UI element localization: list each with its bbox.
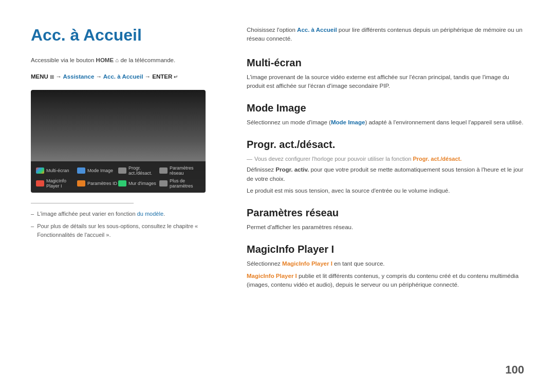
progr-activ-bold: Progr. activ. — [275, 166, 309, 173]
page-number: 100 — [505, 363, 524, 377]
section-magicinfo: MagicInfo Player I Sélectionnez MagicInf… — [247, 244, 524, 290]
tv-label-progr: Progr. act./désact. — [128, 165, 159, 176]
note-model: – L'image affichée peut varier en foncti… — [31, 210, 216, 218]
section-body-progr-1: Définissez Progr. activ. pour que votre … — [247, 165, 524, 184]
section-body-magicinfo-2: MagicInfo Player I publie et lit différe… — [247, 272, 524, 290]
tv-icon-modeimage — [77, 167, 85, 174]
magicinfo-highlight-1: MagicInfo Player I — [282, 260, 332, 267]
tv-item-magicinfo: MagicInfo Player I — [36, 178, 77, 189]
section-parametres-reseau: Paramètres réseau Permet d'afficher les … — [247, 207, 524, 232]
tv-icon-params-reseau — [159, 167, 168, 174]
section-mode-image: Mode Image Sélectionnez un mode d'image … — [247, 102, 524, 127]
dash-2: – — [31, 222, 34, 239]
tv-icon-progr — [118, 167, 126, 174]
note-details-text: Pour plus de détails sur les sous-option… — [37, 222, 216, 239]
right-column: Choisissez l'option Acc. à Accueil pour … — [231, 26, 524, 371]
tv-item-progr: Progr. act./désact. — [118, 165, 159, 176]
tv-icon-magicinfo — [36, 180, 44, 186]
intro-acc-highlight: Acc. à Accueil — [297, 27, 337, 33]
tv-icon-paramsid — [77, 180, 85, 186]
magicinfo-highlight-2: MagicInfo Player I — [247, 273, 297, 279]
progr-dash: ― — [247, 155, 252, 163]
page-title: Acc. à Accueil — [31, 26, 216, 45]
tv-icon-plus — [159, 180, 168, 186]
section-title-magicinfo: MagicInfo Player I — [247, 244, 524, 255]
section-body-progr-2: Le produit est mis sous tension, avec la… — [247, 186, 524, 196]
tv-item-multiscreen: Multi-écran — [36, 167, 77, 174]
tv-icon-murimg — [118, 180, 126, 186]
tv-item-params-reseau: Paramètres réseau — [159, 165, 200, 176]
progr-note-line: ― Vous devez configurer l'horloge pour p… — [247, 155, 524, 163]
note-model-text: L'image affichée peut varier en fonction… — [37, 210, 165, 218]
tv-label-murimg: Mur d'images — [128, 181, 156, 186]
tv-item-paramsid: Paramètres ID — [77, 180, 118, 186]
section-title-progr: Progr. act./désact. — [247, 139, 524, 151]
note-model-link: du modèle — [137, 211, 163, 217]
section-progr: Progr. act./désact. ― Vous devez configu… — [247, 139, 524, 196]
tv-label-plus: Plus de paramètres — [170, 178, 200, 189]
progr-note-text: Vous devez configurer l'horloge pour pou… — [254, 155, 461, 163]
intro-text: Accessible via le bouton HOME ⌂ de la té… — [31, 56, 216, 65]
tv-item-murimg: Mur d'images — [118, 180, 159, 186]
section-title-multi-ecran: Multi-écran — [247, 57, 524, 69]
left-column: Acc. à Accueil Accessible via le bouton … — [31, 26, 231, 371]
note-details: – Pour plus de détails sur les sous-opti… — [31, 222, 216, 239]
tv-item-modeimage: Mode Image — [77, 167, 118, 174]
tv-menu-row-2: MagicInfo Player I Paramètres ID Mur d'i… — [36, 178, 200, 189]
section-title-mode-image: Mode Image — [247, 102, 524, 114]
section-body-magicinfo-1: Sélectionnez MagicInfo Player I en tant … — [247, 259, 524, 269]
mode-image-highlight: Mode Image — [331, 119, 365, 125]
tv-screen-mockup: Multi-écran Mode Image Progr. act./désac… — [31, 90, 206, 193]
tv-menu-bar: Multi-écran Mode Image Progr. act./désac… — [31, 161, 206, 193]
dash-1: – — [31, 210, 34, 218]
section-body-mode-image: Sélectionnez un mode d'image (Mode Image… — [247, 118, 524, 127]
tv-label-modeimage: Mode Image — [87, 168, 113, 173]
tv-item-plus: Plus de paramètres — [159, 178, 200, 189]
tv-label-params-reseau: Paramètres réseau — [170, 165, 200, 176]
tv-icon-multiscreen — [36, 167, 44, 174]
tv-menu-row-1: Multi-écran Mode Image Progr. act./désac… — [36, 165, 200, 176]
progr-highlight: Progr. act./désact. — [413, 156, 461, 162]
section-body-multi-ecran: L'image provenant de la source vidéo ext… — [247, 73, 524, 91]
menu-path: MENU ⊞ → Assistance → Acc. à Accueil → E… — [31, 72, 216, 81]
section-title-parametres-reseau: Paramètres réseau — [247, 207, 524, 219]
section-multi-ecran: Multi-écran L'image provenant de la sour… — [247, 57, 524, 91]
tv-label-multiscreen: Multi-écran — [46, 168, 69, 173]
top-intro: Choisissez l'option Acc. à Accueil pour … — [247, 26, 524, 44]
tv-label-magicinfo: MagicInfo Player I — [46, 178, 77, 189]
divider-line — [31, 203, 134, 203]
section-body-parametres-reseau: Permet d'afficher les paramètres réseau. — [247, 223, 524, 232]
tv-label-paramsid: Paramètres ID — [87, 181, 117, 186]
